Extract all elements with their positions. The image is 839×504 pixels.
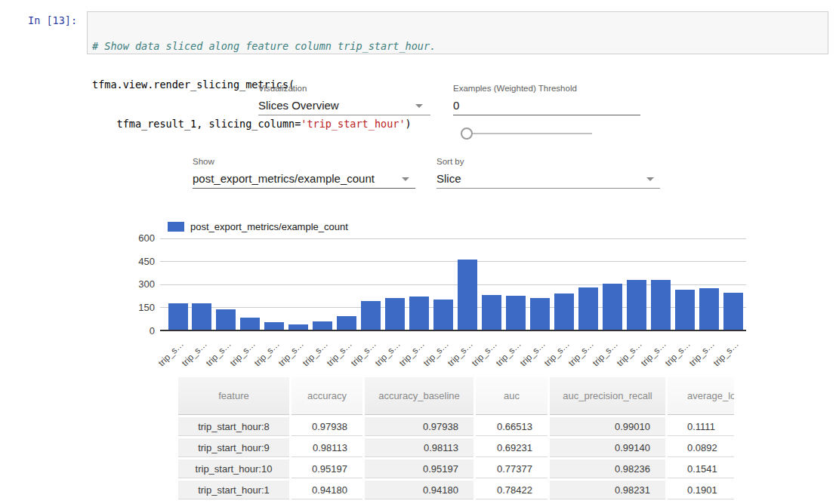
chart-bar-16[interactable] [554, 293, 574, 331]
table-row-3[interactable]: trip_start_hour:10.941800.941800.784220.… [178, 481, 734, 499]
show-label: Show [193, 157, 214, 166]
chart-bar-20[interactable] [651, 280, 671, 331]
show-underline [193, 188, 415, 189]
chevron-down-icon[interactable] [402, 177, 409, 181]
y-axis-tick-label: 0 [121, 325, 155, 337]
threshold-label: Examples (Weighted) Threshold [453, 84, 577, 93]
table-cell: 0.1541 [668, 459, 734, 478]
chart-bar-0[interactable] [168, 303, 188, 331]
code-line-3: tfma_result_1, slicing_column='trip_star… [92, 118, 823, 131]
sortby-select[interactable]: Slice [436, 172, 461, 185]
code-input[interactable]: # Show data sliced along feature column … [87, 11, 828, 54]
chart-bar-7[interactable] [337, 316, 356, 331]
table-cell: 0.97938 [365, 417, 473, 436]
table-cell: 0.98231 [550, 481, 665, 499]
chart-bar-1[interactable] [192, 303, 211, 331]
chart-bar-22[interactable] [699, 288, 719, 331]
table-row-1[interactable]: trip_start_hour:90.981130.981130.692310.… [178, 438, 734, 457]
table-cell: 0.99140 [550, 438, 665, 457]
table-cell: 0.69231 [476, 438, 548, 457]
y-axis-tick-label: 450 [121, 256, 155, 267]
chart-bar-13[interactable] [482, 295, 501, 331]
legend-label: post_export_metrics/example_count [190, 221, 348, 232]
table-cell: 0.99010 [550, 417, 665, 436]
chart-bar-2[interactable] [216, 309, 236, 331]
chart-bar-23[interactable] [723, 293, 743, 331]
chevron-down-icon[interactable] [415, 104, 423, 108]
table-cell: 0.98113 [291, 438, 362, 457]
table-row-2[interactable]: trip_start_hour:100.951970.951970.773770… [178, 459, 734, 478]
table-cell: 0.94180 [291, 481, 362, 499]
table-cell: 0.1901 [668, 481, 734, 499]
sortby-label: Sort by [436, 157, 464, 166]
table-cell: 0.98113 [365, 438, 473, 457]
threshold-underline [453, 115, 640, 115]
visualization-label: Visualization [258, 84, 307, 93]
threshold-input[interactable]: 0 [453, 99, 459, 112]
y-axis-tick-label: 150 [121, 302, 155, 313]
chart-bar-14[interactable] [506, 296, 526, 331]
bar-chart [160, 238, 746, 331]
y-axis-tick-label: 300 [121, 278, 155, 290]
code-line-comment: # Show data sliced along feature column … [92, 40, 823, 53]
chart-bar-17[interactable] [578, 287, 598, 331]
table-cell: trip_start_hour:10 [178, 459, 289, 478]
chevron-down-icon[interactable] [646, 177, 654, 181]
chart-bar-18[interactable] [603, 284, 622, 331]
sortby-underline [436, 188, 660, 189]
table-cell: 0.0892 [668, 438, 734, 457]
metrics-table: featureaccuracyaccuracy_baselineaucauc_p… [178, 377, 734, 504]
legend-swatch [168, 222, 184, 232]
notebook-page: In [13]: # Show data sliced along featur… [0, 0, 839, 504]
table-cell: 0.77377 [476, 459, 548, 478]
table-cell: 0.66513 [476, 417, 548, 436]
threshold-slider-track[interactable] [464, 133, 592, 134]
table-cell: 0.97938 [291, 417, 362, 436]
table-cell: 0.98236 [550, 459, 665, 478]
table-row-0[interactable]: trip_start_hour:80.979380.979380.665130.… [178, 417, 734, 436]
table-cell: 0.94180 [365, 481, 473, 499]
table-cell: 0.95197 [365, 459, 473, 478]
x-axis-line [160, 330, 746, 331]
table-cell: 0.78422 [476, 481, 548, 499]
table-cell: 0.95197 [291, 459, 362, 478]
table-cell: 0.1111 [668, 417, 734, 436]
table-header-cell-accuracy[interactable]: accuracy [291, 377, 362, 415]
gridline [160, 261, 746, 262]
show-select[interactable]: post_export_metrics/example_count [193, 172, 375, 185]
chart-bar-21[interactable] [675, 290, 695, 331]
chart-bar-8[interactable] [361, 301, 381, 331]
chart-bar-9[interactable] [385, 298, 405, 331]
y-axis-tick-label: 600 [121, 232, 155, 244]
chart-bar-15[interactable] [530, 298, 550, 331]
chart-bar-10[interactable] [409, 297, 429, 331]
table-cell: trip_start_hour:9 [178, 438, 289, 457]
chart-bar-19[interactable] [627, 280, 646, 331]
table-cell: trip_start_hour:1 [178, 481, 289, 499]
cell-prompt: In [13]: [28, 14, 77, 26]
table-cell: trip_start_hour:8 [178, 417, 289, 436]
visualization-underline [258, 115, 430, 115]
threshold-slider-thumb[interactable] [461, 128, 473, 140]
chart-bar-12[interactable] [458, 260, 477, 331]
visualization-select[interactable]: Slices Overview [258, 99, 339, 112]
chart-bar-11[interactable] [433, 300, 453, 331]
gridline [160, 238, 746, 239]
